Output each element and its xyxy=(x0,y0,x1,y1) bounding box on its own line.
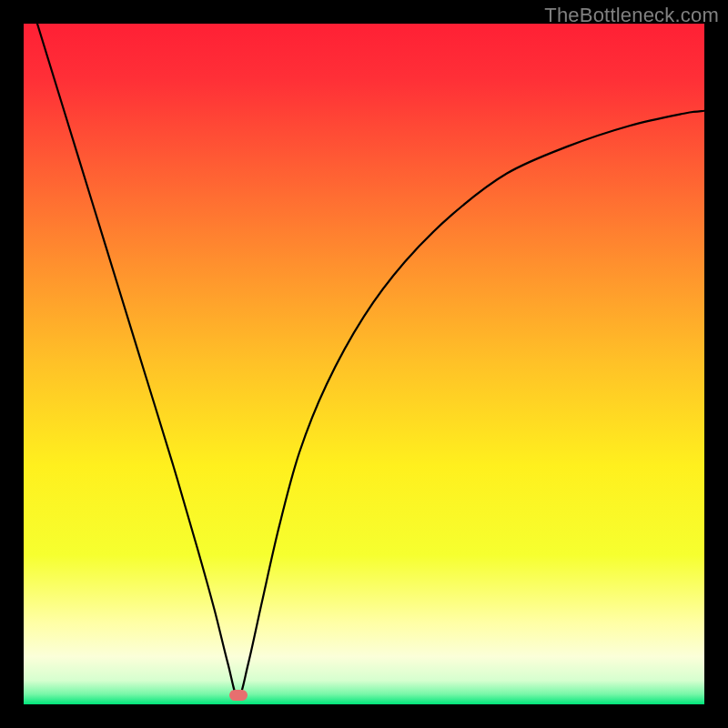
min-marker xyxy=(229,690,248,701)
plot-area xyxy=(24,24,704,704)
bottleneck-curve xyxy=(24,24,704,704)
watermark-text: TheBottleneck.com xyxy=(544,4,719,27)
chart-frame: TheBottleneck.com xyxy=(0,0,728,728)
